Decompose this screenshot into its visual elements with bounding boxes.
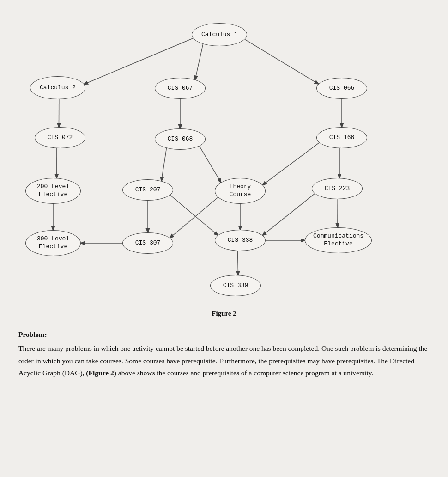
problem-figure-ref: (Figure 2) xyxy=(86,369,116,377)
problem-label: Problem: xyxy=(18,330,47,338)
svg-line-8 xyxy=(200,146,221,183)
problem-section: Problem: There are many problems in whic… xyxy=(9,329,439,379)
svg-line-1 xyxy=(195,44,203,80)
svg-line-7 xyxy=(162,148,167,181)
svg-line-10 xyxy=(263,143,320,185)
node-cis067: CIS 067 xyxy=(155,78,206,99)
node-lev300: 300 Level Elective xyxy=(25,230,81,256)
problem-paragraph: Problem: xyxy=(18,329,430,341)
svg-line-2 xyxy=(245,39,319,84)
node-theory: Theory Course xyxy=(215,178,266,204)
problem-text2: above shows the courses and prerequisite… xyxy=(116,369,373,377)
node-cis223: CIS 223 xyxy=(312,178,363,199)
node-calculus2: Calculus 2 xyxy=(30,76,85,99)
node-cis066: CIS 066 xyxy=(316,78,367,99)
svg-line-13 xyxy=(170,195,218,235)
dag-diagram: Calculus 1Calculus 2CIS 067CIS 066CIS 07… xyxy=(12,9,436,305)
node-cis207: CIS 207 xyxy=(122,179,173,201)
node-cis338: CIS 338 xyxy=(215,230,266,251)
node-cis072: CIS 072 xyxy=(35,127,85,148)
node-commelec: Communications Elective xyxy=(305,227,372,253)
svg-line-19 xyxy=(237,251,238,275)
figure-caption: Figure 2 xyxy=(9,310,439,318)
node-cis339: CIS 339 xyxy=(210,275,261,296)
node-calculus1: Calculus 1 xyxy=(192,23,247,46)
node-lev200: 200 Level Elective xyxy=(25,178,81,204)
node-cis068: CIS 068 xyxy=(155,128,206,150)
node-cis307: CIS 307 xyxy=(122,232,173,254)
svg-line-15 xyxy=(170,197,218,238)
problem-text: There are many problems in which one act… xyxy=(18,342,430,379)
node-cis166: CIS 166 xyxy=(316,127,367,148)
svg-edges xyxy=(12,9,436,305)
svg-line-16 xyxy=(263,194,315,235)
